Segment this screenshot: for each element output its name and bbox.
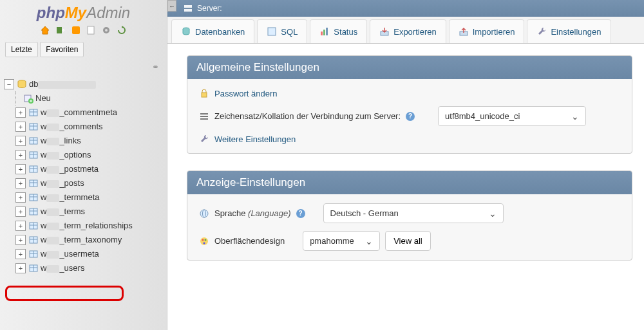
tree-table-node[interactable]: +w_commentmeta [15,105,167,120]
tree-table-node[interactable]: +w_term_relationships [15,219,167,233]
tree-expand-icon[interactable]: + [15,249,26,259]
tree-expand-icon[interactable]: + [15,164,26,174]
top-tabs: Datenbanken SQL Status Exportieren Impor… [167,17,644,44]
tree-expand-icon[interactable]: + [15,107,26,118]
info-icon[interactable]: ? [296,209,305,218]
tree-table-node[interactable]: +w_usermeta [15,247,167,261]
tree-new-node[interactable]: Neu [15,91,167,105]
logout-icon[interactable] [55,25,66,35]
svg-rect-50 [321,32,323,35]
svg-rect-47 [184,9,192,12]
info-icon[interactable]: ? [406,112,415,121]
sql-icon [267,26,277,37]
tree-table-label[interactable]: w_posts [41,178,84,188]
change-password-link[interactable]: Passwort ändern [214,89,278,98]
home-icon[interactable] [40,25,50,35]
language-select[interactable]: Deutsch - German [323,203,504,223]
tree-table-label[interactable]: w_term_taxonomy [41,235,122,244]
collation-select[interactable]: utf8mb4_unicode_ci [438,106,586,126]
docs-icon[interactable] [86,25,96,35]
tab-import[interactable]: Importieren [449,19,525,43]
gear-icon[interactable] [101,25,111,35]
import-icon [459,26,469,37]
tree-expand-icon[interactable]: + [15,136,26,146]
tree-table-label[interactable]: w_links [41,136,81,145]
theme-select[interactable]: pmahomme [303,231,380,251]
panel-general: Allgemeine Einstellungen Passwort ändern… [187,55,632,154]
server-icon [183,3,193,14]
table-icon [28,263,39,273]
tree-table-node[interactable]: +w_users [15,261,167,275]
tree-expand-icon[interactable]: + [15,150,26,160]
language-label: Sprache (Language) [214,208,291,218]
tab-recent[interactable]: Letzte [5,42,38,57]
tree-table-label[interactable]: w_terms [41,206,85,216]
tree-collapse-icon[interactable]: − [4,79,14,89]
tree-table-node[interactable]: +w_links [15,134,167,148]
logo[interactable]: phpMyAdmin [0,0,167,23]
sql-icon[interactable] [71,25,81,35]
panel-display-title: Anzeige-Einstellungen [187,171,632,194]
wrench-icon [199,134,209,144]
svg-rect-51 [323,30,325,35]
server-breadcrumb: Server: [167,0,644,17]
svg-rect-52 [326,28,328,35]
svg-rect-46 [184,5,192,8]
tab-favorites[interactable]: Favoriten [40,42,84,57]
tree-table-label[interactable]: w_term_relationships [41,221,133,230]
db-tree: − db Neu +w_commentmeta+w_comments+w_lin… [0,75,167,275]
link-icon[interactable]: ⚭ [0,60,167,75]
tree-expand-icon[interactable]: + [15,263,26,273]
theme-label: Oberflächendesign [214,236,285,246]
tab-sql[interactable]: SQL [257,19,307,43]
view-all-button[interactable]: View all [385,231,431,251]
tree-db-node[interactable]: − db [4,77,167,91]
svg-rect-49 [268,28,276,35]
tree-expand-icon[interactable]: + [15,178,26,188]
tree-table-label[interactable]: w_options [41,150,91,160]
svg-point-63 [205,239,207,241]
tree-db-label[interactable]: db [29,79,96,89]
tab-status[interactable]: Status [310,19,367,43]
tree-table-label[interactable]: w_termmeta [41,192,100,202]
reload-icon[interactable] [117,25,127,35]
tree-table-node[interactable]: +w_termmeta [15,190,167,205]
tree-table-node[interactable]: +w_term_taxonomy [15,233,167,247]
tree-table-label[interactable]: w_comments [41,122,103,131]
tab-settings[interactable]: Einstellungen [527,19,611,43]
svg-rect-1 [57,27,62,33]
tree-table-node[interactable]: +w_terms [15,205,167,219]
more-settings-link[interactable]: Weitere Einstellungen [214,134,296,144]
tab-databases[interactable]: Datenbanken [171,19,254,43]
collapse-sidebar-icon[interactable]: ← [167,0,176,12]
sidebar-toolbar [0,23,167,39]
tree-expand-icon[interactable]: + [15,221,26,231]
tree-table-label[interactable]: w_users [41,263,84,273]
tree-table-node[interactable]: +w_comments [15,120,167,134]
tree-table-node[interactable]: +w_options [15,148,167,162]
database-icon [17,79,27,89]
lock-icon [199,88,209,98]
tree-table-label[interactable]: w_postmeta [41,164,99,174]
export-icon [379,26,390,37]
tree-table-label[interactable]: w_usermeta [41,249,99,259]
tree-expand-icon[interactable]: + [15,206,26,217]
svg-point-64 [204,242,205,244]
tree-table-node[interactable]: +w_postmeta [15,162,167,176]
table-icon [28,221,39,231]
tab-export[interactable]: Exportieren [370,19,446,43]
table-icon [28,206,39,217]
svg-marker-0 [41,26,49,34]
svg-rect-57 [200,116,208,117]
tree-expand-icon[interactable]: + [15,192,26,203]
tree-expand-icon[interactable]: + [15,235,26,245]
status-icon [319,26,330,37]
tree-table-node[interactable]: +w_posts [15,176,167,190]
language-icon [199,208,209,219]
tree-expand-icon[interactable]: + [15,122,26,132]
collation-icon [199,111,209,122]
svg-point-62 [202,239,204,241]
svg-point-59 [200,210,208,217]
highlight-users [5,286,124,301]
tree-table-label[interactable]: w_commentmeta [41,107,117,117]
